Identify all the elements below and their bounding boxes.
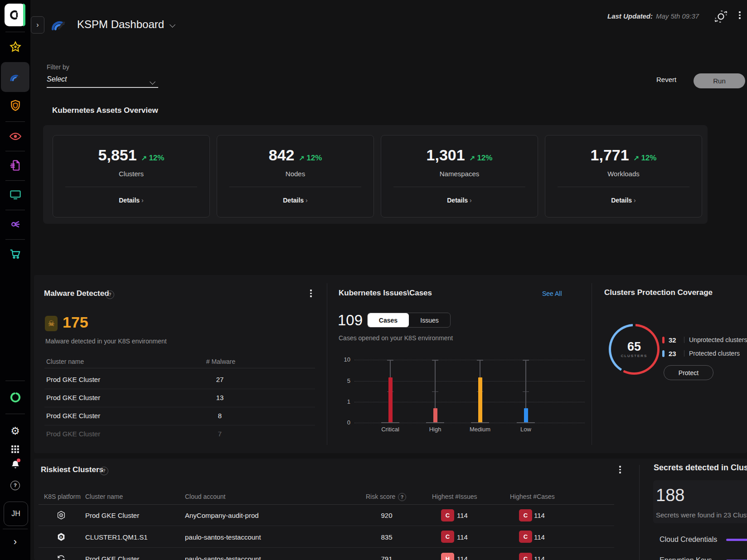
secrets-title: Secrets detected in Clusters — [654, 463, 747, 473]
header-kebab-menu-icon[interactable] — [739, 11, 741, 19]
cloud-account-cell: paulo-santos-testaccount — [185, 533, 261, 541]
cloud-account-cell: paulo-santos-testaccount — [185, 555, 261, 560]
legend-marker — [662, 337, 665, 343]
cases-severity-badge: C — [519, 531, 532, 543]
issues-count-cell: 114 — [457, 533, 468, 541]
details-link[interactable]: Details › — [53, 197, 209, 204]
severity-bar-low[interactable] — [524, 408, 528, 423]
revert-button[interactable]: Revert — [656, 76, 676, 83]
divider — [229, 187, 361, 187]
secret-type-row[interactable]: Cloud Credentials — [660, 533, 747, 546]
protection-title: Clusters Protection Coverage — [604, 288, 713, 297]
table-row[interactable]: K CLUSTER1.QM1.S1 paulo-santos-testaccou… — [39, 526, 614, 548]
col-risk-score: Risk score — [366, 493, 395, 500]
malware-table-row[interactable]: Prod GKE Cluster 27 — [44, 371, 315, 389]
malware-count: 175 — [63, 314, 88, 331]
see-all-link[interactable]: See All — [542, 290, 562, 297]
severity-bar-high[interactable] — [433, 408, 437, 423]
secret-type-label: Cloud Credentials — [660, 536, 717, 544]
skull-malware-icon: ☠ — [45, 316, 58, 331]
protect-button[interactable]: Protect — [664, 365, 713, 380]
details-link[interactable]: Details › — [217, 197, 374, 204]
risk-score-cell: 920 — [372, 512, 402, 519]
tab-cases[interactable]: Cases — [368, 313, 409, 327]
baseline-tick — [471, 422, 489, 423]
divider — [5, 151, 25, 151]
panel-expand-button[interactable]: › — [31, 16, 44, 34]
col-k8s-platform: K8S platform — [44, 493, 81, 500]
issues-cases-subtitle: Cases opened on your K8S environment — [339, 334, 453, 342]
logo-accent-strip — [23, 4, 25, 26]
details-link[interactable]: Details › — [545, 197, 702, 204]
sidebar-item-report-icon[interactable] — [0, 155, 30, 175]
run-button[interactable]: Run — [694, 73, 745, 88]
asset-card: 1,771 ↗ 12% Workloads Details › — [545, 135, 702, 217]
brand-logo[interactable] — [5, 4, 25, 26]
risk-score-help-icon[interactable]: ? — [398, 493, 406, 501]
chevron-right-icon: › — [634, 197, 636, 204]
table-row[interactable]: Prod GKE Cluster paulo-santos-testaccoun… — [39, 548, 614, 560]
legend-label: Unprotected clusters — [689, 336, 747, 343]
dashboard-gauge-icon — [49, 15, 69, 36]
sidebar-item-star-icon[interactable] — [0, 37, 30, 57]
sidebar-item-ring-logo-icon[interactable] — [0, 387, 30, 407]
divider — [5, 239, 25, 240]
malware-table-row[interactable]: Prod GKE Cluster 7 — [44, 425, 315, 443]
malware-help-icon[interactable]: ? — [106, 290, 114, 299]
malware-table-row[interactable]: Prod GKE Cluster 8 — [44, 407, 315, 425]
sidebar-item-help-icon[interactable]: ? — [0, 475, 30, 495]
filter-by-label: Filter by — [47, 63, 69, 71]
malware-col-cluster: Cluster name — [46, 358, 84, 365]
divider — [639, 465, 640, 560]
sidebar-item-share-graph-icon[interactable] — [0, 214, 30, 234]
sidebar-item-gauge-icon[interactable] — [0, 67, 30, 87]
brand-glyph-icon — [9, 9, 21, 21]
donut-center-label: CLUSTERS — [609, 354, 660, 358]
cases-issues-toggle: Cases Issues — [367, 313, 451, 328]
issues-severity-badge: C — [441, 531, 454, 543]
divider — [5, 32, 25, 32]
sidebar-item-shield-icon[interactable] — [0, 96, 30, 116]
severity-bar-medium[interactable] — [478, 377, 482, 423]
baseline-tick — [517, 422, 535, 423]
tab-issues[interactable]: Issues — [409, 313, 450, 327]
filter-select[interactable]: Select — [47, 75, 67, 83]
details-link[interactable]: Details › — [381, 197, 538, 204]
sidebar-item-notifications-bell-icon[interactable] — [0, 455, 30, 475]
sidebar-item-settings-gear-icon[interactable]: ⚙ — [0, 421, 30, 441]
title-chevron-down-icon[interactable] — [170, 23, 175, 27]
cloud-account-cell: AnyCompany-audit-prod — [185, 512, 259, 519]
riskiest-help-icon[interactable]: ? — [100, 467, 108, 475]
divider — [558, 187, 689, 187]
malware-kebab-menu-icon[interactable] — [310, 290, 312, 297]
legend-value: 23 — [669, 350, 679, 357]
cases-severity-badge: C — [519, 553, 532, 560]
cluster-name-cell: Prod GKE Cluster — [46, 430, 100, 438]
table-row[interactable]: Prod GKE Cluster AnyCompany-audit-prod 9… — [39, 505, 614, 526]
divider — [393, 187, 525, 187]
sidebar-item-eye-icon[interactable] — [0, 126, 30, 146]
select-chevron-down-icon[interactable] — [150, 80, 155, 84]
legend-item: 23 Protected clusters — [662, 349, 740, 357]
refresh-icon[interactable] — [713, 9, 728, 26]
whisker-cap — [477, 360, 483, 361]
divider — [44, 368, 315, 368]
chevron-right-icon: › — [306, 197, 308, 204]
y-axis-tick: 1 — [339, 398, 350, 405]
assets-overview-title: Kubernetes Assets Overview — [52, 106, 158, 115]
sidebar-expand-chevron-icon[interactable]: › — [0, 532, 30, 552]
avatar[interactable]: JH — [4, 502, 28, 526]
secrets-count: 188 — [656, 486, 684, 505]
chevron-right-icon: › — [470, 197, 472, 204]
malware-table-row[interactable]: Prod GKE Cluster 13 — [44, 389, 315, 407]
severity-bar-critical[interactable] — [388, 377, 393, 423]
cases-count-cell: 114 — [534, 533, 545, 541]
sidebar: ⚙? JH › — [0, 0, 30, 560]
sidebar-item-monitor-icon[interactable] — [0, 185, 30, 205]
y-axis-tick: 0 — [339, 419, 350, 426]
cases-count-cell: 114 — [534, 555, 545, 560]
secret-type-row[interactable]: Encryption Keys — [660, 554, 747, 560]
riskiest-kebab-menu-icon[interactable] — [619, 466, 621, 473]
sidebar-item-cart-icon[interactable] — [0, 244, 30, 264]
issues-cases-title: Kubernetes Issues\Cases — [339, 289, 432, 298]
